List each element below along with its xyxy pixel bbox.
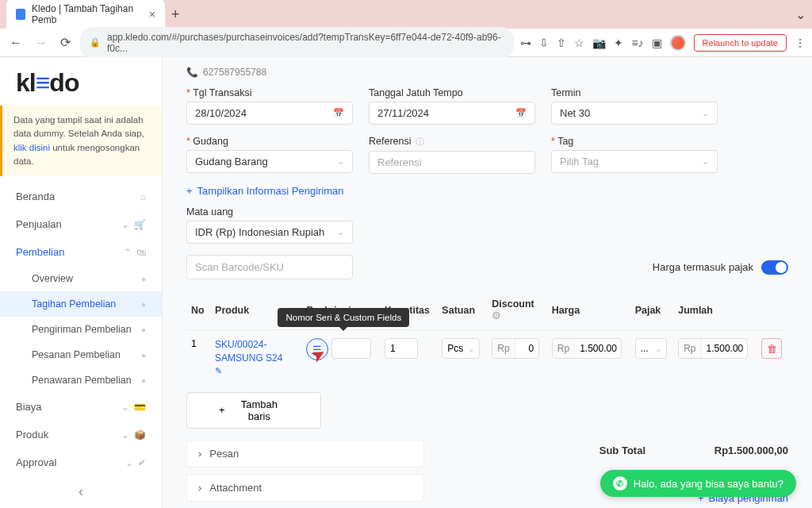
product-link[interactable]: SKU/00024-SAMSUNG S24 [215, 338, 297, 365]
termin-select[interactable]: Net 30⌄ [551, 102, 718, 125]
tag-label: * Tag [551, 136, 718, 147]
submenu-pesanan-pembelian[interactable]: Pesanan Pembelian● [0, 342, 162, 368]
sidebar-item-penjualan[interactable]: Penjualan⌄🛒 [0, 210, 162, 238]
relaunch-button[interactable]: Relaunch to update [694, 34, 787, 52]
qty-input[interactable] [385, 338, 418, 359]
logo: kl≡do [0, 57, 162, 106]
calendar-icon: 📅 [333, 108, 344, 118]
help-icon[interactable]: ⓘ [416, 137, 424, 146]
browser-tab[interactable]: Kledo | Tambah Tagihan Pemb × [6, 0, 165, 30]
col-satuan: Satuan [437, 291, 487, 330]
reload-button[interactable]: ⟳ [57, 32, 74, 53]
phone-icon: 📞 [186, 67, 198, 78]
collapse-sidebar-button[interactable]: ‹ [79, 483, 83, 500]
referensi-label: Referensi ⓘ [369, 136, 535, 148]
satuan-select[interactable]: Pcs⌄ [442, 338, 480, 359]
table-row: 1 SKU/00024-SAMSUNG S24 ✎ ☰ Nomor Seri &… [186, 330, 788, 384]
submenu-overview[interactable]: Overview● [0, 266, 162, 291]
puzzle-icon[interactable]: ✦ [614, 37, 623, 49]
show-shipping-info-link[interactable]: + Tampilkan Informasi Pengiriman [186, 185, 788, 197]
chevron-up-icon: ⌃ [124, 247, 132, 258]
chevron-down-icon: ⌄ [337, 227, 344, 237]
chevron-down-icon: ⌄ [121, 429, 129, 441]
submenu-pengiriman-pembelian[interactable]: Pengiriman Pembelian● [0, 317, 162, 342]
jatuh-tempo-label: Tanggal Jatuh Tempo [369, 87, 535, 98]
edit-icon[interactable]: ✎ [215, 366, 222, 375]
clear-data-link[interactable]: klik disini [13, 143, 50, 152]
tag-select[interactable]: Pilih Tag⌄ [551, 150, 718, 173]
share-icon[interactable]: ⇧ [557, 37, 566, 49]
tax-toggle-label: Harga termasuk pajak [653, 261, 753, 273]
panel-icon[interactable]: ▣ [652, 37, 662, 49]
dot-icon: ● [141, 275, 146, 283]
discount-input[interactable]: Rp0 [492, 338, 539, 359]
back-button[interactable]: ← [6, 33, 25, 53]
barcode-input[interactable]: Scan Barcode/SKU [186, 255, 353, 279]
col-pajak: Pajak [630, 291, 674, 330]
subtotal-value: Rp1.500.000,00 [693, 444, 788, 456]
jatuh-tempo-input[interactable]: 27/11/2024📅 [369, 102, 535, 125]
tax-included-toggle[interactable] [761, 260, 788, 275]
currency-select[interactable]: IDR (Rp) Indonesian Rupiah⌄ [186, 221, 353, 244]
sidebar-item-produk[interactable]: Produk⌄📦 [0, 421, 162, 448]
sidebar-item-beranda[interactable]: Beranda⌂ [0, 183, 162, 210]
forward-button[interactable]: → [32, 33, 51, 53]
sidebar: kl≡do Data yang tampil saat ini adalah d… [0, 57, 163, 508]
plus-icon: + [186, 185, 193, 197]
url-text: app.kledo.com/#/purchases/purchaseinvoic… [107, 32, 504, 54]
accordion-pesan[interactable]: ›Pesan [186, 440, 424, 468]
check-icon: ✔ [138, 457, 146, 468]
sidebar-item-biaya[interactable]: Biaya⌄💳 [0, 393, 162, 421]
chevron-down-icon: ⌄ [655, 344, 661, 353]
referensi-input[interactable]: Referensi [369, 151, 535, 174]
col-jumlah: Jumlah [673, 291, 756, 330]
gudang-select[interactable]: Gudang Barang⌄ [186, 150, 353, 173]
home-icon: ⌂ [140, 191, 146, 202]
dot-icon: ● [141, 376, 146, 385]
whatsapp-icon: ✆ [613, 476, 627, 491]
key-icon[interactable]: ⊶ [520, 37, 531, 49]
tab-favicon [16, 9, 25, 20]
gear-icon[interactable]: ⚙ [492, 310, 501, 321]
delete-row-button[interactable]: 🗑 [761, 338, 782, 359]
dot-icon: ● [141, 325, 146, 334]
accordion-attachment[interactable]: ›Attachment [186, 474, 424, 502]
col-discount: Discount ⚙ [487, 291, 547, 330]
money-icon: 💳 [134, 402, 146, 413]
tgl-transaksi-input[interactable]: 28/10/2024📅 [186, 102, 353, 125]
cart-icon: 🛒 [134, 219, 146, 230]
menu-dots-icon[interactable]: ⋮ [795, 37, 806, 49]
sidebar-item-approval[interactable]: Approval⌄✔ [0, 448, 162, 476]
submenu-tagihan-pembelian[interactable]: Tagihan Pembelian● [0, 291, 162, 317]
chevron-down-icon: ⌄ [121, 402, 129, 413]
window-minimize-icon[interactable]: ⌄ [795, 7, 806, 22]
star-icon[interactable]: ☆ [574, 37, 584, 49]
harga-input[interactable]: Rp1.500.00 [552, 338, 622, 359]
submenu-penawaran-pembelian[interactable]: Penawaran Pembelian● [0, 368, 162, 393]
chevron-right-icon: › [198, 482, 201, 494]
dot-icon: ● [141, 300, 146, 309]
subtotal-label: Sub Total [599, 444, 645, 456]
deskripsi-input[interactable] [331, 338, 371, 359]
chevron-down-icon: ⌄ [468, 344, 474, 353]
sidebar-item-pembelian[interactable]: Pembelian⌃🛍 [0, 238, 162, 266]
bag-icon: 🛍 [136, 247, 146, 258]
whatsapp-help-button[interactable]: ✆ Halo, ada yang bisa saya bantu? [600, 470, 796, 497]
playlist-icon[interactable]: ≡♪ [631, 37, 643, 49]
close-tab-icon[interactable]: × [149, 8, 155, 21]
col-no: No [186, 291, 210, 330]
currency-label: Mata uang [186, 206, 353, 217]
profile-avatar[interactable] [670, 35, 686, 51]
pajak-select[interactable]: ...⌄ [635, 338, 667, 359]
trash-icon: 🗑 [767, 343, 777, 355]
new-tab-button[interactable]: + [171, 6, 180, 23]
url-bar[interactable]: 🔒 app.kledo.com/#/purchases/purchaseinvo… [80, 27, 514, 59]
chevron-down-icon: ⌄ [702, 156, 709, 167]
download-icon[interactable]: ⇩ [539, 37, 549, 49]
camera-icon[interactable]: 📷 [592, 37, 606, 49]
termin-label: Termin [551, 87, 718, 98]
add-row-button[interactable]: + Tambah baris [186, 392, 321, 429]
lock-icon: 🔒 [90, 37, 101, 48]
chevron-down-icon: ⌄ [121, 219, 129, 230]
vendor-phone: 📞 627587955788 [186, 67, 788, 78]
